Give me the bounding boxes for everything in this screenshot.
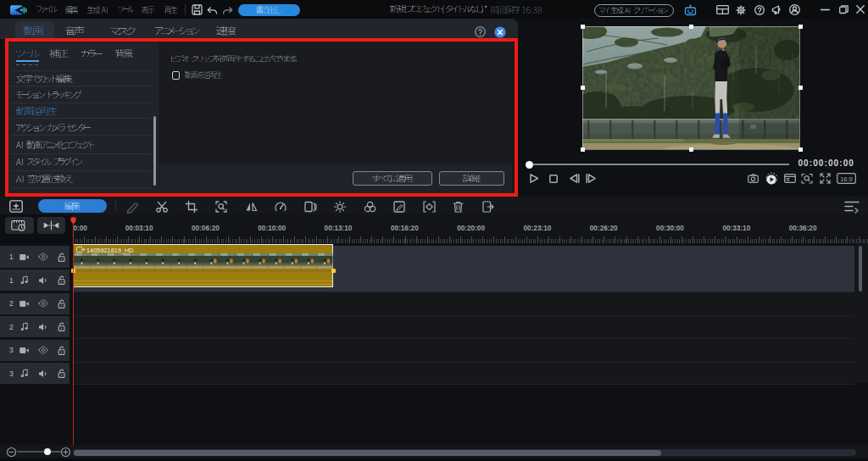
svg-text:16:9: 16:9 — [840, 175, 853, 183]
